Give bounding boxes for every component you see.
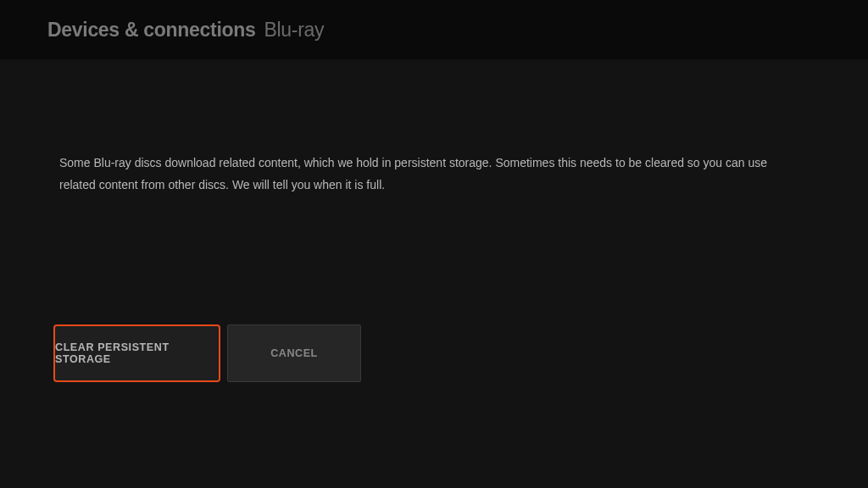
cancel-button[interactable]: CANCEL [227,324,361,382]
button-row: CLEAR PERSISTENT STORAGE CANCEL [53,324,361,382]
cancel-button-label: CANCEL [270,347,318,359]
clear-button-label: CLEAR PERSISTENT STORAGE [55,341,219,365]
header: Devices & connections Blu-ray [0,0,868,59]
content-area: Some Blu-ray discs download related cont… [0,59,868,197]
page-title: Devices & connections [47,19,256,42]
page-subtitle: Blu-ray [264,19,325,42]
clear-persistent-storage-button[interactable]: CLEAR PERSISTENT STORAGE [53,324,220,382]
description-text: Some Blu-ray discs download related cont… [59,152,805,197]
